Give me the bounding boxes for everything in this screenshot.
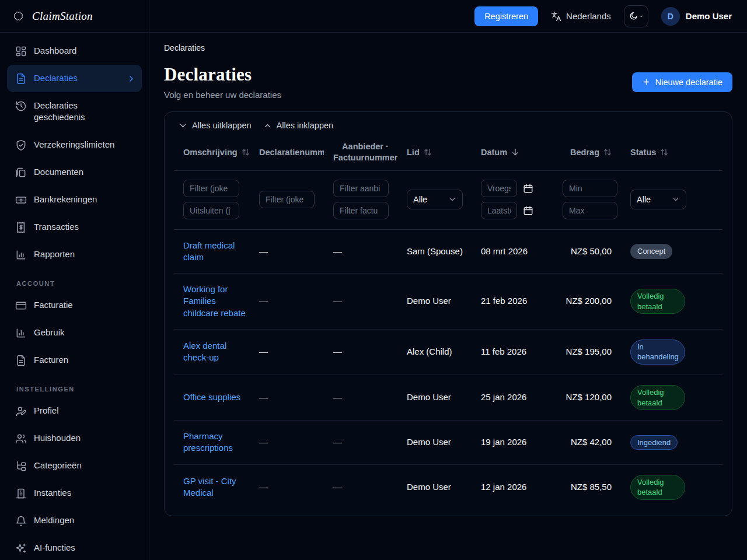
sidebar-item-label: Categorieën <box>34 460 82 471</box>
amount-cell: NZ$ 195,00 <box>553 346 621 358</box>
breadcrumb[interactable]: Declaraties <box>164 43 205 52</box>
provider-invoice-cell: — <box>324 436 397 448</box>
claim-description-link[interactable]: Pharmacy prescriptions <box>183 430 249 454</box>
table-row: Pharmacy prescriptions — — Demo User 19 … <box>174 421 722 465</box>
brand-logo[interactable]: ClaimStation <box>0 0 149 33</box>
date-to-input[interactable] <box>481 202 517 219</box>
description-exclude-input[interactable] <box>183 202 239 219</box>
languages-icon <box>551 11 561 22</box>
building-icon <box>15 488 27 499</box>
tree-icon <box>15 460 27 472</box>
column-header-member[interactable]: Lid <box>397 148 472 157</box>
claim-description-link[interactable]: GP visit - City Medical <box>183 475 249 499</box>
register-button[interactable]: Registreren <box>474 6 538 26</box>
amount-cell: NZ$ 200,00 <box>553 295 621 307</box>
user-menu[interactable]: D Demo User <box>661 7 732 26</box>
chevron-down-icon <box>179 121 187 130</box>
sidebar-item-profiel[interactable]: Profiel <box>7 397 142 425</box>
status-filter-value: Alle <box>637 195 651 204</box>
sidebar-item-gebruik[interactable]: Gebruik <box>7 319 142 346</box>
calendar-icon[interactable] <box>523 183 535 194</box>
table-row: Office supplies — — Demo User 25 jan 202… <box>174 375 722 421</box>
claim-description-link[interactable]: Alex dental check-up <box>183 340 249 364</box>
sidebar-item-facturatie[interactable]: Facturatie <box>7 292 142 319</box>
member-cell: Demo User <box>397 481 472 493</box>
history-icon <box>15 100 27 112</box>
calendar-icon[interactable] <box>523 205 535 216</box>
bell-icon <box>15 515 27 527</box>
description-filter-input[interactable] <box>183 180 239 197</box>
sidebar-item-declaraties[interactable]: Declaraties <box>7 65 142 92</box>
status-badge: Concept <box>630 244 672 259</box>
sidebar-item-facturen[interactable]: Facturen <box>7 346 142 374</box>
sidebar-item-declaraties-geschiedenis[interactable]: Declaraties geschiedenis <box>7 92 142 131</box>
claim-number-cell: — <box>250 481 324 493</box>
member-cell: Sam (Spouse) <box>397 246 472 257</box>
sidebar-item-meldingen[interactable]: Meldingen <box>7 507 142 534</box>
date-cell: 21 feb 2026 <box>472 295 553 307</box>
language-switcher[interactable]: Nederlands <box>551 11 611 22</box>
date-cell: 19 jan 2026 <box>472 436 553 448</box>
theme-toggle-button[interactable] <box>624 5 648 27</box>
page-title: Declaraties <box>164 64 281 85</box>
date-cell: 25 jan 2026 <box>472 391 553 403</box>
claims-table-card: Alles uitklappen Alles inklappen Omschri… <box>164 111 732 516</box>
column-header-status[interactable]: Status <box>621 148 722 157</box>
shield-check-icon <box>15 139 27 151</box>
sidebar-item-rapporten[interactable]: Rapporten <box>7 241 142 268</box>
status-badge: Volledig betaald <box>630 475 685 500</box>
column-header-claim-number[interactable]: Declaratienummer <box>250 148 324 157</box>
provider-invoice-cell: — <box>324 481 397 493</box>
receipt-icon <box>15 222 27 233</box>
page-subtitle: Volg en beheer uw declaraties <box>164 90 281 100</box>
sidebar-item-ai-functies[interactable]: AI-functies <box>7 534 142 560</box>
avatar: D <box>661 7 680 26</box>
sidebar-item-verzekeringslimieten[interactable]: Verzekeringslimieten <box>7 131 142 159</box>
claim-description-link[interactable]: Office supplies <box>183 391 240 403</box>
sidebar-item-instanties[interactable]: Instanties <box>7 480 142 507</box>
status-filter-select[interactable]: Alle <box>630 190 686 209</box>
file-text-icon <box>15 73 27 85</box>
amount-max-input[interactable] <box>563 202 617 219</box>
claim-number-filter-input[interactable] <box>259 191 315 208</box>
sidebar-item-documenten[interactable]: Documenten <box>7 159 142 186</box>
column-header-date[interactable]: Datum <box>472 148 553 157</box>
column-header-amount[interactable]: Bedrag <box>553 148 621 157</box>
sidebar-item-dashboard[interactable]: Dashboard <box>7 37 142 65</box>
date-cell: 08 mrt 2026 <box>472 246 553 257</box>
sidebar-item-categorieen[interactable]: Categorieën <box>7 452 142 480</box>
brand-name: ClaimStation <box>32 10 93 23</box>
sidebar-item-transacties[interactable]: Transacties <box>7 214 142 241</box>
provider-invoice-cell: — <box>324 391 397 403</box>
member-cell: Demo User <box>397 295 472 307</box>
sidebar-item-label: Documenten <box>34 166 83 178</box>
flower-logo-icon <box>11 8 26 24</box>
collapse-all-label: Alles inklappen <box>277 121 334 130</box>
topbar: Registreren Nederlands D Demo User <box>149 0 747 33</box>
provider-filter-input[interactable] <box>333 180 389 197</box>
provider-invoice-cell: — <box>324 295 397 307</box>
sidebar-item-label: Bankrekeningen <box>34 194 97 205</box>
moon-icon <box>628 11 638 22</box>
sidebar-item-huishouden[interactable]: Huishouden <box>7 425 142 452</box>
sidebar-item-bankrekeningen[interactable]: Bankrekeningen <box>7 186 142 214</box>
usage-chart-icon <box>15 327 27 339</box>
collapse-all-button[interactable]: Alles inklappen <box>263 121 334 130</box>
claim-description-link[interactable]: Working for Families childcare rebate <box>183 284 249 319</box>
new-claim-button[interactable]: Nieuwe declaratie <box>632 72 732 92</box>
invoice-filter-input[interactable] <box>333 202 389 219</box>
amount-min-input[interactable] <box>563 180 617 197</box>
app-root: ClaimStation Dashboard Declaraties Decla… <box>0 0 747 560</box>
expand-all-button[interactable]: Alles uitklappen <box>179 121 252 130</box>
claim-description-link[interactable]: Draft medical claim <box>183 240 249 264</box>
status-badge: Volledig betaald <box>630 289 685 314</box>
member-filter-value: Alle <box>413 195 427 204</box>
chevron-down-icon <box>639 14 644 19</box>
sort-icon <box>424 148 432 156</box>
column-header-provider-invoice[interactable]: Aanbieder · Factuurnummer <box>324 141 397 163</box>
date-from-input[interactable] <box>481 180 517 197</box>
sidebar-item-label: Declaraties <box>34 72 78 84</box>
sidebar-section-account: ACCOUNT <box>7 268 142 292</box>
member-filter-select[interactable]: Alle <box>407 190 463 209</box>
column-header-description[interactable]: Omschrijving <box>174 148 250 157</box>
